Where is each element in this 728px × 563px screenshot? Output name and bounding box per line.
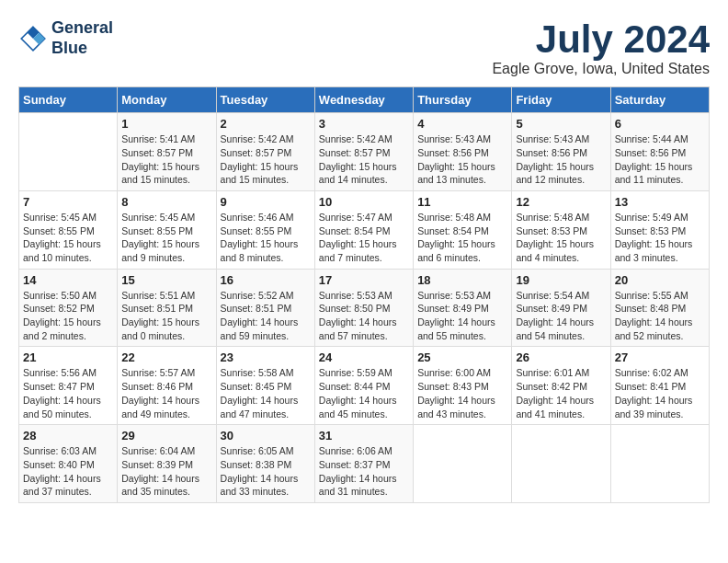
day-number: 30 — [221, 429, 311, 442]
day-number: 18 — [417, 273, 507, 287]
calendar-cell: 15Sunrise: 5:51 AM Sunset: 8:51 PM Dayli… — [118, 269, 216, 347]
calendar-cell: 25Sunrise: 6:00 AM Sunset: 8:43 PM Dayli… — [414, 347, 512, 425]
day-number: 1 — [121, 117, 211, 131]
calendar-cell: 21Sunrise: 5:56 AM Sunset: 8:47 PM Dayli… — [19, 347, 118, 425]
day-number: 11 — [417, 195, 507, 209]
day-detail: Sunrise: 6:01 AM Sunset: 8:42 PM Dayligh… — [516, 366, 606, 420]
day-number: 5 — [516, 117, 606, 131]
day-number: 9 — [221, 195, 311, 209]
day-detail: Sunrise: 6:03 AM Sunset: 8:40 PM Dayligh… — [23, 444, 113, 499]
calendar-cell: 29Sunrise: 6:04 AM Sunset: 8:39 PM Dayli… — [118, 425, 216, 503]
day-detail: Sunrise: 5:53 AM Sunset: 8:50 PM Dayligh… — [319, 289, 409, 343]
logo: General Blue — [18, 18, 113, 58]
calendar-cell: 24Sunrise: 5:59 AM Sunset: 8:44 PM Dayli… — [314, 347, 413, 425]
day-detail: Sunrise: 5:48 AM Sunset: 8:54 PM Dayligh… — [417, 211, 507, 265]
day-detail: Sunrise: 5:52 AM Sunset: 8:51 PM Dayligh… — [221, 289, 311, 343]
day-number: 31 — [319, 429, 409, 442]
calendar-cell: 6Sunrise: 5:44 AM Sunset: 8:56 PM Daylig… — [610, 113, 709, 191]
calendar-cell: 7Sunrise: 5:45 AM Sunset: 8:55 PM Daylig… — [19, 190, 118, 269]
calendar-cell: 31Sunrise: 6:06 AM Sunset: 8:37 PM Dayli… — [314, 425, 413, 503]
day-number: 29 — [121, 429, 211, 442]
calendar-cell: 17Sunrise: 5:53 AM Sunset: 8:50 PM Dayli… — [314, 269, 413, 347]
calendar-cell: 27Sunrise: 6:02 AM Sunset: 8:41 PM Dayli… — [610, 347, 709, 425]
day-of-week-header: Tuesday — [216, 87, 314, 113]
calendar-cell: 16Sunrise: 5:52 AM Sunset: 8:51 PM Dayli… — [216, 269, 314, 347]
day-number: 24 — [319, 350, 409, 364]
day-number: 10 — [319, 195, 409, 209]
calendar-cell: 14Sunrise: 5:50 AM Sunset: 8:52 PM Dayli… — [19, 269, 118, 347]
day-detail: Sunrise: 5:50 AM Sunset: 8:52 PM Dayligh… — [23, 289, 113, 343]
day-detail: Sunrise: 5:44 AM Sunset: 8:56 PM Dayligh… — [615, 132, 705, 187]
day-detail: Sunrise: 5:41 AM Sunset: 8:57 PM Dayligh… — [121, 132, 211, 187]
day-number: 13 — [615, 195, 705, 209]
calendar-cell: 1Sunrise: 5:41 AM Sunset: 8:57 PM Daylig… — [118, 113, 216, 191]
day-detail: Sunrise: 5:43 AM Sunset: 8:56 PM Dayligh… — [417, 132, 507, 187]
day-of-week-header: Wednesday — [314, 87, 413, 113]
day-of-week-header: Saturday — [610, 87, 709, 113]
day-number: 7 — [23, 195, 113, 209]
day-number: 8 — [121, 195, 211, 209]
day-number: 17 — [319, 273, 409, 287]
calendar-week-row: 21Sunrise: 5:56 AM Sunset: 8:47 PM Dayli… — [19, 347, 710, 425]
calendar-cell: 23Sunrise: 5:58 AM Sunset: 8:45 PM Dayli… — [216, 347, 314, 425]
logo-line2: Blue — [51, 39, 113, 59]
day-detail: Sunrise: 6:05 AM Sunset: 8:38 PM Dayligh… — [221, 444, 311, 499]
day-detail: Sunrise: 5:58 AM Sunset: 8:45 PM Dayligh… — [221, 366, 311, 420]
day-number: 2 — [221, 117, 311, 131]
logo-text: General Blue — [51, 18, 113, 58]
calendar-cell: 18Sunrise: 5:53 AM Sunset: 8:49 PM Dayli… — [414, 269, 512, 347]
day-number: 22 — [121, 350, 211, 364]
calendar-cell: 8Sunrise: 5:45 AM Sunset: 8:55 PM Daylig… — [118, 190, 216, 269]
calendar-table: SundayMondayTuesdayWednesdayThursdayFrid… — [18, 86, 710, 503]
calendar-cell — [512, 425, 610, 503]
logo-icon — [18, 24, 48, 53]
day-detail: Sunrise: 5:56 AM Sunset: 8:47 PM Dayligh… — [23, 366, 113, 420]
calendar-cell: 2Sunrise: 5:42 AM Sunset: 8:57 PM Daylig… — [216, 113, 314, 191]
day-number: 27 — [615, 350, 705, 364]
day-number: 16 — [221, 273, 311, 287]
calendar-cell: 22Sunrise: 5:57 AM Sunset: 8:46 PM Dayli… — [118, 347, 216, 425]
day-detail: Sunrise: 5:54 AM Sunset: 8:49 PM Dayligh… — [516, 289, 606, 343]
day-of-week-header: Monday — [118, 87, 216, 113]
day-detail: Sunrise: 5:42 AM Sunset: 8:57 PM Dayligh… — [221, 132, 311, 187]
calendar-cell: 3Sunrise: 5:42 AM Sunset: 8:57 PM Daylig… — [314, 113, 413, 191]
day-detail: Sunrise: 5:47 AM Sunset: 8:54 PM Dayligh… — [319, 211, 409, 265]
day-detail: Sunrise: 5:53 AM Sunset: 8:49 PM Dayligh… — [417, 289, 507, 343]
day-number: 21 — [23, 350, 113, 364]
calendar-header-row: SundayMondayTuesdayWednesdayThursdayFrid… — [19, 87, 710, 113]
day-number: 23 — [221, 350, 311, 364]
day-detail: Sunrise: 5:57 AM Sunset: 8:46 PM Dayligh… — [121, 366, 211, 420]
main-title: July 2024 — [492, 18, 710, 61]
calendar-cell: 12Sunrise: 5:48 AM Sunset: 8:53 PM Dayli… — [512, 190, 610, 269]
day-of-week-header: Sunday — [19, 87, 118, 113]
title-block: July 2024 Eagle Grove, Iowa, United Stat… — [492, 18, 710, 77]
day-number: 26 — [516, 350, 606, 364]
day-of-week-header: Thursday — [414, 87, 512, 113]
calendar-cell — [610, 425, 709, 503]
day-detail: Sunrise: 5:42 AM Sunset: 8:57 PM Dayligh… — [319, 132, 409, 187]
calendar-cell: 26Sunrise: 6:01 AM Sunset: 8:42 PM Dayli… — [512, 347, 610, 425]
day-detail: Sunrise: 5:55 AM Sunset: 8:48 PM Dayligh… — [615, 289, 705, 343]
calendar-cell: 30Sunrise: 6:05 AM Sunset: 8:38 PM Dayli… — [216, 425, 314, 503]
day-detail: Sunrise: 6:02 AM Sunset: 8:41 PM Dayligh… — [615, 366, 705, 420]
day-detail: Sunrise: 6:00 AM Sunset: 8:43 PM Dayligh… — [417, 366, 507, 420]
day-detail: Sunrise: 5:43 AM Sunset: 8:56 PM Dayligh… — [516, 132, 606, 187]
day-detail: Sunrise: 5:51 AM Sunset: 8:51 PM Dayligh… — [121, 289, 211, 343]
calendar-cell: 5Sunrise: 5:43 AM Sunset: 8:56 PM Daylig… — [512, 113, 610, 191]
day-number: 14 — [23, 273, 113, 287]
day-detail: Sunrise: 5:46 AM Sunset: 8:55 PM Dayligh… — [221, 211, 311, 265]
day-number: 3 — [319, 117, 409, 131]
day-number: 15 — [121, 273, 211, 287]
day-detail: Sunrise: 6:04 AM Sunset: 8:39 PM Dayligh… — [121, 444, 211, 499]
calendar-cell: 11Sunrise: 5:48 AM Sunset: 8:54 PM Dayli… — [414, 190, 512, 269]
calendar-week-row: 1Sunrise: 5:41 AM Sunset: 8:57 PM Daylig… — [19, 113, 710, 191]
calendar-cell: 9Sunrise: 5:46 AM Sunset: 8:55 PM Daylig… — [216, 190, 314, 269]
calendar-week-row: 7Sunrise: 5:45 AM Sunset: 8:55 PM Daylig… — [19, 190, 710, 269]
day-detail: Sunrise: 5:45 AM Sunset: 8:55 PM Dayligh… — [23, 211, 113, 265]
calendar-cell: 28Sunrise: 6:03 AM Sunset: 8:40 PM Dayli… — [19, 425, 118, 503]
day-detail: Sunrise: 5:59 AM Sunset: 8:44 PM Dayligh… — [319, 366, 409, 420]
calendar-week-row: 28Sunrise: 6:03 AM Sunset: 8:40 PM Dayli… — [19, 425, 710, 503]
calendar-cell — [414, 425, 512, 503]
calendar-cell: 10Sunrise: 5:47 AM Sunset: 8:54 PM Dayli… — [314, 190, 413, 269]
day-detail: Sunrise: 5:48 AM Sunset: 8:53 PM Dayligh… — [516, 211, 606, 265]
